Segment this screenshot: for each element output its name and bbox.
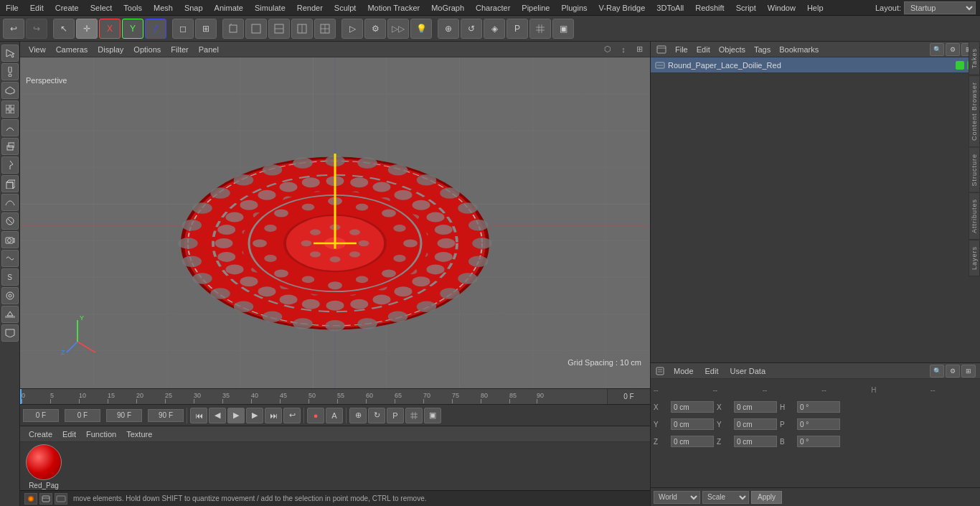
- grid-button[interactable]: [529, 19, 551, 39]
- object-tool-button[interactable]: ◻: [172, 19, 194, 39]
- menu-snap[interactable]: Snap: [179, 2, 209, 14]
- light-button[interactable]: 💡: [410, 19, 432, 39]
- menu-redshift[interactable]: Redshift: [689, 2, 730, 14]
- obj-search-button[interactable]: 🔍: [930, 43, 944, 56]
- attr-x1-input[interactable]: [671, 401, 714, 413]
- front-view-button[interactable]: [245, 19, 267, 39]
- left-null-btn[interactable]: [1, 212, 19, 230]
- scale-transform-button[interactable]: ◈: [484, 19, 505, 39]
- menu-vray[interactable]: V-Ray Bridge: [593, 2, 651, 14]
- menu-pipeline[interactable]: Pipeline: [516, 2, 555, 14]
- menu-select[interactable]: Select: [85, 2, 118, 14]
- tab-takes[interactable]: Takes: [969, 42, 980, 75]
- render-active-button[interactable]: ▷▷: [387, 19, 409, 39]
- attr-b-input[interactable]: [797, 436, 840, 447]
- menu-render[interactable]: Render: [291, 2, 329, 14]
- status-icon-2[interactable]: [39, 493, 52, 505]
- scale-tool-button[interactable]: ⊞: [195, 19, 217, 39]
- mat-create[interactable]: Create: [24, 428, 57, 440]
- menu-sculpt[interactable]: Sculpt: [329, 2, 362, 14]
- vp-menu-filter[interactable]: Filter: [166, 44, 192, 55]
- attr-search-button[interactable]: 🔍: [930, 365, 944, 378]
- left-grid-btn[interactable]: [1, 100, 19, 118]
- left-knife-btn[interactable]: [1, 156, 19, 174]
- obj-menu-tags[interactable]: Tags: [750, 44, 775, 55]
- render-button[interactable]: ▷: [341, 19, 363, 39]
- move-playback-button[interactable]: ⊕: [349, 408, 367, 423]
- viewport[interactable]: View Cameras Display Options Filter Pane…: [20, 42, 650, 388]
- y-axis-button[interactable]: Y: [122, 19, 143, 39]
- menu-edit[interactable]: Edit: [24, 2, 50, 14]
- z-axis-button[interactable]: Z: [145, 19, 166, 39]
- attr-settings-button[interactable]: ⚙: [946, 365, 960, 378]
- film-playback-button[interactable]: ▣: [424, 408, 441, 423]
- go-to-start-button[interactable]: ⏮: [190, 408, 207, 423]
- tab-attributes[interactable]: Attributes: [969, 192, 980, 240]
- prev-frame-button[interactable]: ◀: [209, 408, 226, 423]
- rotate-playback-button[interactable]: ↻: [368, 408, 385, 423]
- obj-menu-file[interactable]: File: [671, 44, 692, 55]
- menu-3dtoall[interactable]: 3DToAll: [651, 2, 689, 14]
- next-frame-button[interactable]: ▶: [246, 408, 263, 423]
- menu-animate[interactable]: Animate: [209, 2, 249, 14]
- object-row-doily[interactable]: Round_Paper_Lace_Doilie_Red: [651, 57, 980, 73]
- loop-to-start-button[interactable]: ↩: [283, 408, 301, 423]
- grid-playback-button[interactable]: [405, 408, 423, 423]
- attr-x2-input[interactable]: [734, 401, 777, 413]
- menu-simulate[interactable]: Simulate: [249, 2, 291, 14]
- menu-plugins[interactable]: Plugins: [555, 2, 593, 14]
- left-tag-btn[interactable]: [1, 324, 19, 342]
- menu-create[interactable]: Create: [50, 2, 85, 14]
- attr-mode-menu[interactable]: Mode: [669, 365, 698, 377]
- tab-structure[interactable]: Structure: [969, 147, 980, 193]
- obj-settings-button[interactable]: ⚙: [946, 43, 960, 56]
- redo-button[interactable]: ↪: [26, 19, 47, 39]
- x-axis-button[interactable]: X: [99, 19, 121, 39]
- vp-icon-settings[interactable]: ⊞: [633, 43, 646, 56]
- vp-menu-display[interactable]: Display: [93, 44, 128, 55]
- vp-menu-cameras[interactable]: Cameras: [52, 44, 93, 55]
- obj-menu-edit[interactable]: Edit: [692, 44, 715, 55]
- left-spline-btn[interactable]: [1, 194, 19, 211]
- attr-h-input[interactable]: [797, 401, 840, 413]
- doily-object[interactable]: [156, 143, 514, 344]
- top-view-button[interactable]: [268, 19, 290, 39]
- obj-menu-objects[interactable]: Objects: [715, 44, 750, 55]
- play-button[interactable]: ▶: [227, 408, 245, 423]
- left-extrude-btn[interactable]: [1, 138, 19, 155]
- left-paint-button[interactable]: [1, 63, 19, 80]
- quad-view-button[interactable]: [314, 19, 336, 39]
- snapping-button[interactable]: P: [507, 19, 528, 39]
- scale-playback-button[interactable]: P: [387, 408, 404, 423]
- layout-select[interactable]: Startup: [904, 1, 976, 14]
- left-effector-btn[interactable]: S: [1, 268, 19, 286]
- timeline-current-frame[interactable]: 0 F: [607, 389, 650, 405]
- autokey-button[interactable]: A: [326, 408, 343, 423]
- left-loft-btn[interactable]: [1, 119, 19, 136]
- menu-script[interactable]: Script: [730, 2, 762, 14]
- select-tool-button[interactable]: ↖: [53, 19, 75, 39]
- vp-icon-lock[interactable]: ↕: [617, 43, 630, 56]
- menu-mesh[interactable]: Mesh: [148, 2, 179, 14]
- tab-layers[interactable]: Layers: [969, 240, 980, 276]
- render-preview-button[interactable]: ▣: [552, 19, 574, 39]
- undo-button[interactable]: ↩: [3, 19, 24, 39]
- status-icon-3[interactable]: [55, 493, 67, 505]
- menu-help[interactable]: Help: [801, 2, 829, 14]
- right-view-button[interactable]: [291, 19, 313, 39]
- attr-z2-input[interactable]: [734, 436, 777, 447]
- obj-menu-bookmarks[interactable]: Bookmarks: [775, 44, 823, 55]
- playback-end-input[interactable]: [148, 409, 184, 422]
- menu-motion-tracker[interactable]: Motion Tracker: [362, 2, 425, 14]
- timeline-ruler[interactable]: 0 5 10 15 20 25 30 35 40 45 50: [20, 389, 607, 405]
- world-dropdown[interactable]: World Object: [654, 491, 700, 504]
- menu-file[interactable]: File: [0, 2, 24, 14]
- left-deform-btn[interactable]: [1, 250, 19, 267]
- vp-menu-panel[interactable]: Panel: [194, 44, 223, 55]
- left-polygon-button[interactable]: [1, 82, 19, 99]
- vp-icon-expand[interactable]: ⬡: [601, 43, 614, 56]
- attr-y1-input[interactable]: [671, 418, 714, 430]
- menu-character[interactable]: Character: [470, 2, 516, 14]
- left-cube-btn[interactable]: [1, 175, 19, 192]
- tab-content-browser[interactable]: Content Browser: [969, 75, 980, 147]
